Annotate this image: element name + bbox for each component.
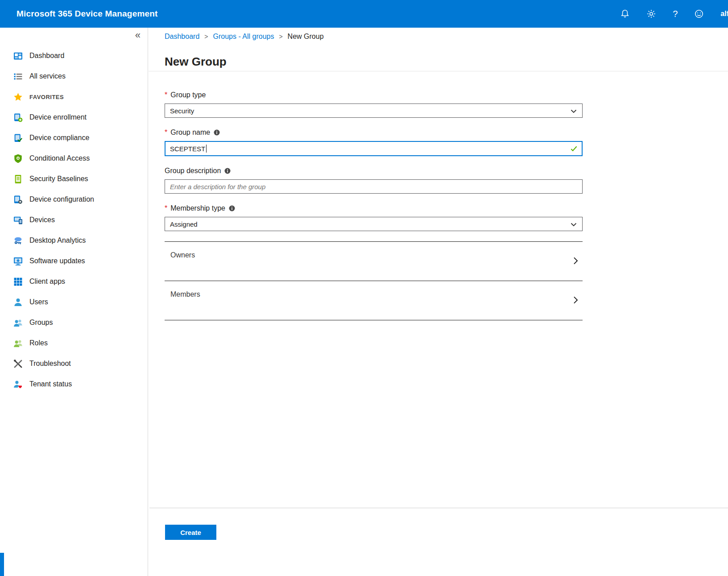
all-services-icon bbox=[13, 72, 23, 81]
sidebar-item-software-updates[interactable]: Software updates bbox=[0, 251, 148, 271]
group-type-select[interactable]: Security bbox=[165, 104, 583, 118]
sidebar-item-label: Troubleshoot bbox=[29, 360, 71, 368]
device-compliance-icon bbox=[13, 133, 23, 143]
left-edge-strip bbox=[0, 553, 4, 576]
breadcrumb-separator: > bbox=[204, 33, 208, 40]
sidebar-item-device-enrollment[interactable]: Device enrollment bbox=[0, 107, 148, 128]
new-group-form: * Group type Security * Group name SCEPT… bbox=[165, 91, 583, 320]
devices-icon bbox=[13, 215, 23, 225]
membership-type-field: * Membership type Assigned bbox=[165, 204, 583, 231]
sidebar-item-security-baselines[interactable]: Security Baselines bbox=[0, 169, 148, 189]
text-caret bbox=[206, 145, 207, 153]
conditional-access-icon bbox=[13, 154, 23, 163]
info-icon[interactable] bbox=[224, 168, 231, 174]
sidebar-item-label: Groups bbox=[29, 319, 53, 327]
membership-type-select[interactable]: Assigned bbox=[165, 217, 583, 231]
group-name-label-row: * Group name bbox=[165, 128, 583, 137]
users-icon bbox=[13, 298, 23, 307]
device-enrollment-icon bbox=[13, 113, 23, 122]
sidebar-item-label: Device compliance bbox=[29, 134, 89, 142]
sidebar-item-label: Software updates bbox=[29, 257, 85, 265]
sidebar-item-tenant-status[interactable]: Tenant status bbox=[0, 374, 148, 394]
device-configuration-icon bbox=[13, 195, 23, 204]
members-label: Members bbox=[170, 290, 200, 298]
breadcrumb-groups-all-groups[interactable]: Groups - All groups bbox=[213, 33, 274, 41]
sidebar-item-label: Roles bbox=[29, 339, 48, 347]
app-title: Microsoft 365 Device Management bbox=[17, 9, 158, 19]
sidebar-collapse-button[interactable]: « bbox=[135, 29, 141, 41]
sidebar-item-label: Device configuration bbox=[29, 195, 94, 203]
owners-row[interactable]: Owners bbox=[165, 242, 583, 281]
client-apps-icon bbox=[13, 277, 23, 286]
sidebar-nav: Dashboard All services FAVORITES Device … bbox=[0, 46, 148, 394]
info-icon[interactable] bbox=[229, 205, 235, 211]
roles-icon bbox=[13, 339, 23, 348]
sidebar-item-label: Security Baselines bbox=[29, 175, 88, 183]
breadcrumb-separator: > bbox=[279, 33, 282, 40]
sidebar-item-label: Tenant status bbox=[29, 380, 72, 388]
sidebar-item-label: Conditional Access bbox=[29, 154, 90, 162]
title-divider bbox=[149, 71, 728, 71]
create-button[interactable]: Create bbox=[165, 525, 216, 540]
group-type-label-row: * Group type bbox=[165, 91, 583, 99]
sidebar-item-desktop-analytics[interactable]: Desktop Analytics bbox=[0, 230, 148, 251]
sidebar-item-client-apps[interactable]: Client apps bbox=[0, 271, 148, 292]
sidebar-item-groups[interactable]: Groups bbox=[0, 312, 148, 333]
sidebar-item-troubleshoot[interactable]: Troubleshoot bbox=[0, 353, 148, 374]
chevron-down-icon bbox=[570, 221, 577, 228]
sidebar-item-label: Client apps bbox=[29, 278, 65, 286]
group-name-input[interactable]: SCEPTEST bbox=[165, 141, 583, 156]
group-description-field: Group description bbox=[165, 166, 583, 194]
sidebar-item-label: Dashboard bbox=[29, 52, 64, 60]
breadcrumb-current: New Group bbox=[288, 33, 324, 41]
topbar-actions: ? alf bbox=[620, 9, 724, 19]
tenant-status-icon bbox=[13, 380, 23, 389]
help-icon[interactable]: ? bbox=[673, 9, 678, 19]
sidebar-item-label: Device enrollment bbox=[29, 113, 87, 121]
sidebar-item-device-compliance[interactable]: Device compliance bbox=[0, 128, 148, 148]
sidebar: « Dashboard All services FAVORITES Devic… bbox=[0, 28, 148, 576]
group-name-label: Group name bbox=[170, 128, 210, 137]
group-description-label-row: Group description bbox=[165, 166, 583, 175]
membership-type-label: Membership type bbox=[170, 204, 225, 212]
group-name-field: * Group name SCEPTEST bbox=[165, 128, 583, 156]
chevron-right-icon bbox=[571, 296, 580, 304]
sidebar-item-label: Users bbox=[29, 298, 48, 306]
group-description-input[interactable] bbox=[165, 179, 583, 194]
sidebar-item-devices[interactable]: Devices bbox=[0, 210, 148, 230]
troubleshoot-icon bbox=[13, 359, 23, 369]
group-name-value: SCEPTEST bbox=[170, 145, 205, 153]
required-marker: * bbox=[165, 91, 167, 99]
chevron-down-icon bbox=[570, 108, 577, 115]
breadcrumb-dashboard[interactable]: Dashboard bbox=[165, 33, 199, 41]
sidebar-item-roles[interactable]: Roles bbox=[0, 333, 148, 353]
sidebar-item-device-configuration[interactable]: Device configuration bbox=[0, 189, 148, 210]
sidebar-item-all-services[interactable]: All services bbox=[0, 66, 148, 87]
membership-type-label-row: * Membership type bbox=[165, 204, 583, 213]
sidebar-item-label: All services bbox=[29, 72, 66, 80]
sidebar-item-users[interactable]: Users bbox=[0, 292, 148, 312]
notifications-bell-icon[interactable] bbox=[620, 9, 630, 19]
groups-icon bbox=[13, 318, 23, 327]
star-icon bbox=[13, 92, 23, 102]
page-title: New Group bbox=[165, 55, 227, 69]
top-bar: Microsoft 365 Device Management ? alf bbox=[0, 0, 728, 28]
group-description-label: Group description bbox=[165, 167, 221, 175]
sidebar-item-label: Desktop Analytics bbox=[29, 236, 86, 244]
group-type-label: Group type bbox=[170, 91, 206, 99]
sidebar-item-conditional-access[interactable]: Conditional Access bbox=[0, 148, 148, 169]
footer-divider bbox=[149, 508, 728, 508]
chevron-right-icon bbox=[571, 257, 580, 265]
members-row[interactable]: Members bbox=[165, 281, 583, 320]
group-type-field: * Group type Security bbox=[165, 91, 583, 118]
required-marker: * bbox=[165, 204, 167, 212]
settings-gear-icon[interactable] bbox=[646, 9, 656, 19]
sidebar-item-dashboard[interactable]: Dashboard bbox=[0, 46, 148, 66]
sidebar-favorites-heading: FAVORITES bbox=[0, 87, 148, 107]
group-type-value: Security bbox=[170, 107, 194, 115]
membership-type-value: Assigned bbox=[170, 220, 198, 228]
account-menu[interactable]: alf bbox=[720, 10, 728, 18]
feedback-smiley-icon[interactable] bbox=[694, 9, 704, 19]
info-icon[interactable] bbox=[214, 129, 220, 136]
software-updates-icon bbox=[13, 257, 23, 266]
